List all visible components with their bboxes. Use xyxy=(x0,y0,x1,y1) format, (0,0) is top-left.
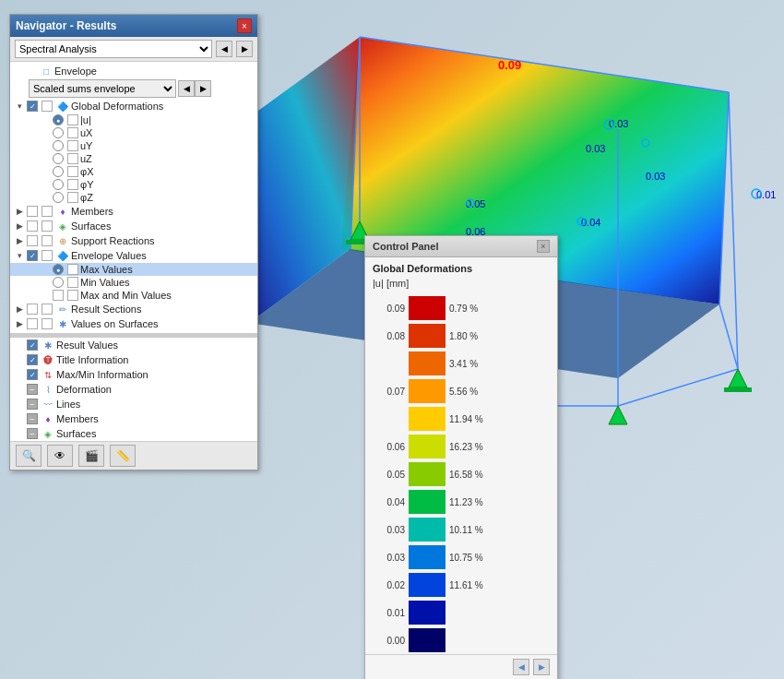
deformation-item[interactable]: ⌇ Deformation xyxy=(10,382,257,397)
title-info-checkbox[interactable] xyxy=(27,354,38,365)
legend-row-13: 0.00 xyxy=(373,626,550,654)
ux-radio[interactable] xyxy=(53,127,64,138)
ux-item[interactable]: uX xyxy=(10,126,257,139)
legend-bar-11 xyxy=(409,573,445,597)
members-s2-item[interactable]: ♦ Members xyxy=(10,411,257,426)
result-values-checkbox[interactable] xyxy=(27,340,38,351)
phix-radio[interactable] xyxy=(53,166,64,177)
global-deformations-item[interactable]: ▾ 🔷 Global Deformations xyxy=(10,99,257,113)
svg-text:0.03: 0.03 xyxy=(646,171,665,182)
max-min-values-item[interactable]: Max and Min Values xyxy=(10,289,257,302)
analysis-dropdown[interactable]: Spectral Analysis xyxy=(15,40,212,58)
min-values-label: Min Values xyxy=(80,277,130,288)
legend-bar-12 xyxy=(409,601,445,625)
legend-area: 0.09 0.79 % 0.08 1.80 % 3.41 % 0.07 5.56… xyxy=(365,294,557,654)
tool-ruler-button[interactable]: 📏 xyxy=(110,445,136,467)
phiy-radio[interactable] xyxy=(53,179,64,190)
surfaces-item[interactable]: ▶ ◈ Surfaces xyxy=(10,219,257,233)
values-surfaces-checkbox[interactable] xyxy=(27,318,38,329)
phiz-item[interactable]: φZ xyxy=(10,191,257,204)
phiz-radio[interactable] xyxy=(53,192,64,203)
tool-search-button[interactable]: 🔍 xyxy=(16,445,42,467)
result-values-icon: ✱ xyxy=(42,339,54,351)
result-sections-item[interactable]: ▶ ✏ Result Sections xyxy=(10,302,257,316)
result-values-label: Result Values xyxy=(56,340,118,351)
result-values-item[interactable]: ✱ Result Values xyxy=(10,338,257,352)
svg-text:0.05: 0.05 xyxy=(466,198,485,209)
surfaces-checkbox[interactable] xyxy=(27,220,38,232)
nav-next-button[interactable]: ▶ xyxy=(236,41,253,57)
legend-val-2: 0.08 xyxy=(373,331,405,341)
min-values-item[interactable]: Min Values xyxy=(10,276,257,289)
phiy-label: φY xyxy=(80,179,93,190)
svg-line-3 xyxy=(729,92,738,369)
surfaces-icon: ◈ xyxy=(56,220,69,232)
scaled-sums-item[interactable]: Scaled sums envelope ◀ ▶ xyxy=(10,78,257,99)
members-s2-checkbox[interactable] xyxy=(27,413,38,424)
navigator-title: Navigator - Results xyxy=(16,19,116,32)
max-min-checkbox[interactable] xyxy=(53,290,64,301)
values-surfaces-icon: ✱ xyxy=(56,317,69,330)
max-values-item[interactable]: Max Values xyxy=(10,263,257,276)
svg-text:0.03: 0.03 xyxy=(586,143,605,154)
surfaces-s2-checkbox[interactable] xyxy=(27,428,38,439)
legend-row-6: 0.06 16.23 % xyxy=(373,433,550,460)
title-info-item[interactable]: 🅣 Title Information xyxy=(10,352,257,367)
members-checkbox[interactable] xyxy=(27,206,38,217)
surfaces-s2-item[interactable]: ◈ Surfaces xyxy=(10,426,257,441)
u-abs-radio[interactable] xyxy=(53,114,64,125)
lines-checkbox[interactable] xyxy=(27,399,38,410)
legend-val-9: 0.03 xyxy=(373,525,405,535)
maxmin-info-checkbox[interactable] xyxy=(27,369,38,380)
u-abs-box2 xyxy=(67,114,78,125)
svg-line-0 xyxy=(360,37,729,92)
legend-bar-8 xyxy=(409,490,445,514)
maxmin-info-item[interactable]: ⇅ Max/Min Information xyxy=(10,367,257,382)
legend-val-10: 0.03 xyxy=(373,553,405,563)
cp-next-button[interactable]: ▶ xyxy=(533,659,550,675)
phiy-item[interactable]: φY xyxy=(10,178,257,191)
scaled-prev[interactable]: ◀ xyxy=(178,80,195,97)
phix-item[interactable]: φX xyxy=(10,165,257,178)
tool-eye-button[interactable]: 👁 xyxy=(47,445,73,467)
legend-pct-2: 1.80 % xyxy=(449,331,478,341)
navigator-title-bar: Navigator - Results × xyxy=(10,15,257,37)
uy-item[interactable]: uY xyxy=(10,139,257,152)
uz-item[interactable]: uZ xyxy=(10,152,257,165)
envelope-values-checkbox[interactable] xyxy=(27,250,38,261)
control-panel-close-button[interactable]: × xyxy=(537,240,550,253)
legend-bar-2 xyxy=(409,324,445,348)
navigator-close-button[interactable]: × xyxy=(237,18,252,33)
values-surfaces-item[interactable]: ▶ ✱ Values on Surfaces xyxy=(10,316,257,331)
support-reactions-item[interactable]: ▶ ⊕ Support Reactions xyxy=(10,233,257,248)
legend-bar-13 xyxy=(409,628,445,652)
max-values-radio[interactable] xyxy=(53,264,64,275)
uz-radio[interactable] xyxy=(53,153,64,164)
deformation-icon: ⌇ xyxy=(42,383,54,396)
nav-prev-button[interactable]: ◀ xyxy=(216,41,232,57)
svg-text:0.04: 0.04 xyxy=(581,217,600,228)
support-checkbox[interactable] xyxy=(27,235,38,246)
legend-val-11: 0.02 xyxy=(373,580,405,590)
support-label: Support Reactions xyxy=(71,235,155,246)
lines-item[interactable]: 〰 Lines xyxy=(10,397,257,411)
cp-deformation-header: Global Deformations xyxy=(365,257,557,278)
tool-camera-button[interactable]: 🎬 xyxy=(78,445,104,467)
cp-prev-button[interactable]: ◀ xyxy=(513,659,529,675)
result-sections-checkbox[interactable] xyxy=(27,304,38,315)
envelope-item[interactable]: □ Envelope xyxy=(10,64,257,78)
legend-row-11: 0.02 11.61 % xyxy=(373,571,550,599)
scaled-next[interactable]: ▶ xyxy=(195,80,211,97)
global-deform-toggle: ▾ xyxy=(14,101,25,112)
members-icon: ♦ xyxy=(56,205,69,218)
u-abs-item[interactable]: |u| xyxy=(10,113,257,126)
svg-line-2 xyxy=(350,37,360,249)
uy-radio[interactable] xyxy=(53,140,64,151)
global-deform-checkbox[interactable] xyxy=(27,101,38,112)
legend-pct-8: 11.23 % xyxy=(449,497,483,507)
surfaces-s2-icon: ◈ xyxy=(42,427,54,440)
members-item[interactable]: ▶ ♦ Members xyxy=(10,204,257,219)
envelope-values-item[interactable]: ▾ 🔷 Envelope Values xyxy=(10,248,257,263)
deformation-checkbox[interactable] xyxy=(27,384,38,395)
min-values-radio[interactable] xyxy=(53,277,64,288)
